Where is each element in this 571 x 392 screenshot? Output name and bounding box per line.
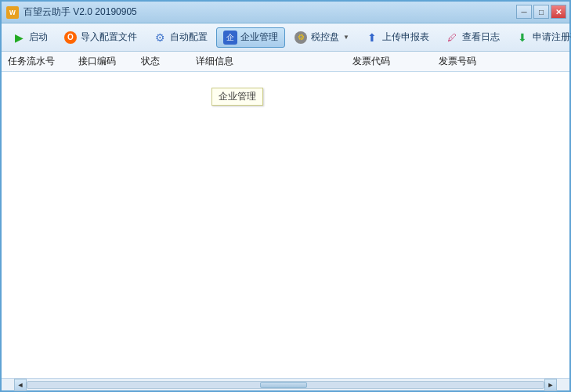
h-scrollbar[interactable]: ◄ ► [2,378,569,390]
title-bar: w 百望云助手 V2.0 20190905 ─ □ ✕ [2,2,569,23]
col-status: 状态 [138,55,193,68]
start-label: 启动 [29,31,48,44]
upload-icon: ⬆ [365,31,379,45]
log-label: 查看日志 [462,31,500,44]
register-icon: ⬇ [515,31,529,45]
play-icon [12,31,26,45]
col-detail: 详细信息 [193,55,349,68]
col-invoicecode: 发票代码 [349,55,435,68]
maximize-button[interactable]: □ [533,5,549,19]
minimize-button[interactable]: ─ [516,5,532,19]
column-headers: 任务流水号 接口编码 状态 详细信息 发票代码 发票号码 [2,52,569,72]
upload-label: 上传申报表 [382,31,429,44]
auto-label: 自动配置 [170,31,208,44]
tax-button[interactable]: ⚙ 税控盘 ▼ [287,27,356,48]
tooltip-text: 企业管理 [219,91,256,102]
window-title: 百望云助手 V2.0 20190905 [23,5,137,19]
tooltip: 企业管理 [211,88,263,106]
auto-config-button[interactable]: 自动配置 [146,27,215,48]
app-icon: w [6,6,19,19]
col-port: 接口编码 [75,55,138,68]
upload-button[interactable]: ⬆ 上传申报表 [358,27,436,48]
close-button[interactable]: ✕ [551,5,566,19]
tax-icon: ⚙ [294,31,308,45]
company-button[interactable]: 企 企业管理 [216,27,285,48]
toolbar: 启动 O 导入配置文件 自动配置 企 企业管理 ⚙ [2,23,569,52]
scroll-left-button[interactable]: ◄ [14,379,27,391]
import-icon: O [63,31,78,45]
window-controls: ─ □ ✕ [516,5,566,19]
tax-dropdown-arrow[interactable]: ▼ [343,34,349,41]
col-invoiceno: 发票号码 [435,55,566,68]
company-icon: 企 [223,31,237,45]
scrollbar-thumb[interactable] [260,382,307,388]
import-label: 导入配置文件 [81,31,137,44]
import-button[interactable]: O 导入配置文件 [56,27,144,48]
register-button[interactable]: ⬇ 申请注册码 [508,27,571,48]
log-button[interactable]: 🖊 查看日志 [438,27,507,48]
company-label: 企业管理 [240,31,278,44]
register-label: 申请注册码 [533,31,571,44]
auto-icon [153,31,167,45]
start-button[interactable]: 启动 [5,27,55,48]
scroll-right-button[interactable]: ► [544,379,557,391]
main-window: w 百望云助手 V2.0 20190905 ─ □ ✕ 启动 O [0,0,571,392]
log-icon: 🖊 [445,31,459,45]
col-taskno: 任务流水号 [5,55,75,68]
main-content: 企业管理 [2,72,569,378]
tax-label: 税控盘 [311,31,339,44]
scrollbar-track[interactable] [27,381,544,389]
